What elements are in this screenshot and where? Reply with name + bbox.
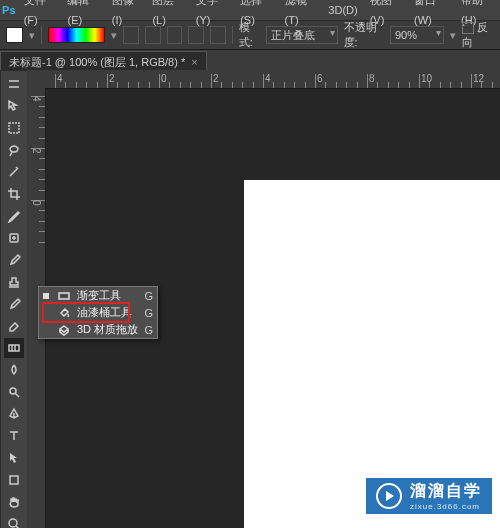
document-tab-label: 未标题-1 @ 100% (图层 1, RGB/8) * <box>9 55 185 70</box>
tool-preset-swatch[interactable] <box>6 27 23 43</box>
flyout-label: 油漆桶工具 <box>77 305 138 320</box>
path-select-tool[interactable] <box>4 448 24 468</box>
gradient-linear-icon[interactable] <box>123 26 139 44</box>
eyedropper-tool[interactable] <box>4 206 24 226</box>
close-tab-icon[interactable]: × <box>191 56 197 68</box>
flyout-label: 3D 材质拖放工具 <box>77 322 138 337</box>
brush-tool[interactable] <box>4 250 24 270</box>
history-brush-tool[interactable] <box>4 294 24 314</box>
opacity-label: 不透明度: <box>344 20 384 50</box>
material-drop-icon <box>57 323 71 337</box>
chevron-down-icon[interactable]: ▾ <box>111 29 117 42</box>
menu-bar: Ps 文件(F) 编辑(E) 图像(I) 图层(L) 文字(Y) 选择(S) 滤… <box>0 0 500 20</box>
menu-file[interactable]: 文件(F) <box>18 0 62 30</box>
lasso-tool[interactable] <box>4 140 24 160</box>
reverse-checkbox[interactable]: 反向 <box>462 20 494 50</box>
ruler-corner <box>27 70 46 89</box>
zoom-tool[interactable] <box>4 514 24 528</box>
blur-tool[interactable] <box>4 360 24 380</box>
svg-rect-11 <box>10 476 18 484</box>
dodge-tool[interactable] <box>4 382 24 402</box>
menu-3d[interactable]: 3D(D) <box>322 0 363 20</box>
flyout-item-3d-material[interactable]: 3D 材质拖放工具 G <box>39 321 157 338</box>
blend-mode-value: 正片叠底 <box>271 28 315 43</box>
canvas[interactable] <box>244 180 500 528</box>
svg-rect-14 <box>59 293 69 299</box>
flyout-shortcut: G <box>144 324 153 336</box>
watermark: 溜溜自学 zixue.3d66.com <box>366 478 492 514</box>
flyout-item-gradient[interactable]: 渐变工具 G <box>39 287 157 304</box>
opacity-value: 90% <box>395 29 417 41</box>
document-tab[interactable]: 未标题-1 @ 100% (图层 1, RGB/8) * × <box>0 51 207 72</box>
gradient-icon <box>57 289 71 303</box>
gradient-angle-icon[interactable] <box>167 26 183 44</box>
marquee-tool[interactable] <box>4 118 24 138</box>
flyout-label: 渐变工具 <box>77 288 138 303</box>
chevron-down-icon[interactable]: ▾ <box>450 29 456 42</box>
separator <box>41 26 42 44</box>
chevron-down-icon[interactable]: ▾ <box>29 29 35 42</box>
mode-label: 模式: <box>239 20 261 50</box>
shape-tool[interactable] <box>4 470 24 490</box>
paint-bucket-icon <box>57 306 71 320</box>
heal-tool[interactable] <box>4 228 24 248</box>
watermark-sub: zixue.3d66.com <box>410 502 482 511</box>
watermark-text: 溜溜自学 <box>410 482 482 499</box>
gradient-diamond-icon[interactable] <box>210 26 226 44</box>
ruler-horizontal[interactable]: 42024681012 <box>45 70 500 89</box>
flyout-shortcut: G <box>144 290 153 302</box>
type-tool[interactable] <box>4 426 24 446</box>
stamp-tool[interactable] <box>4 272 24 292</box>
handle-icon[interactable] <box>4 74 24 94</box>
separator <box>232 26 233 44</box>
eraser-tool[interactable] <box>4 316 24 336</box>
gradient-preview[interactable] <box>48 27 105 43</box>
gradient-reflected-icon[interactable] <box>188 26 204 44</box>
crop-tool[interactable] <box>4 184 24 204</box>
gradient-tool[interactable] <box>4 338 24 358</box>
wand-tool[interactable] <box>4 162 24 182</box>
hand-tool[interactable] <box>4 492 24 512</box>
gradient-radial-icon[interactable] <box>145 26 161 44</box>
toolbox <box>0 70 28 528</box>
play-icon <box>376 483 402 509</box>
move-tool[interactable] <box>4 96 24 116</box>
tool-flyout-menu: 渐变工具 G 油漆桶工具 G 3D 材质拖放工具 G <box>38 286 158 339</box>
app-logo: Ps <box>0 0 18 20</box>
svg-rect-2 <box>9 123 19 133</box>
svg-line-10 <box>15 393 19 397</box>
blend-mode-dropdown[interactable]: 正片叠底 <box>266 26 337 44</box>
menu-edit[interactable]: 编辑(E) <box>61 0 105 30</box>
flyout-item-bucket[interactable]: 油漆桶工具 G <box>39 304 157 321</box>
flyout-shortcut: G <box>144 307 153 319</box>
opacity-input[interactable]: 90% <box>390 26 444 44</box>
svg-rect-6 <box>9 345 19 351</box>
svg-point-12 <box>9 519 17 527</box>
pen-tool[interactable] <box>4 404 24 424</box>
